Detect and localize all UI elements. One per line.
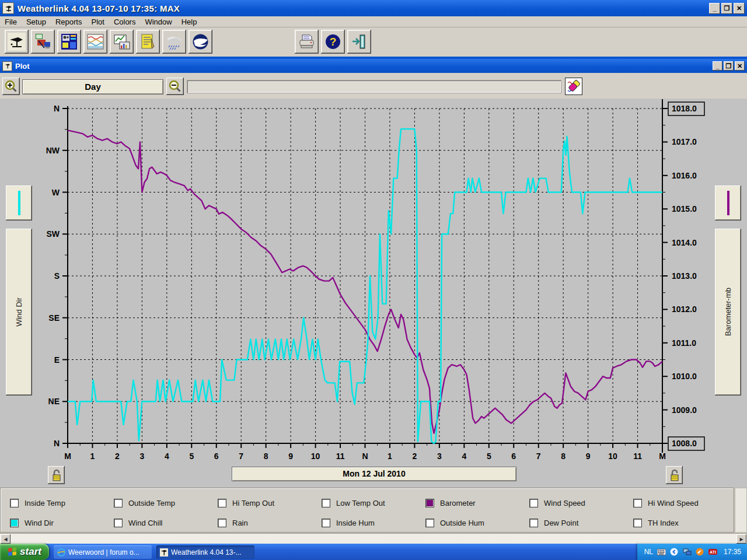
menu-plot[interactable]: Plot [86, 17, 109, 27]
desktop: { "window": { "title": "Weatherlink 4.04… [0, 0, 747, 560]
hour-tick-label: 11 [336, 452, 345, 461]
exit-icon[interactable] [347, 30, 371, 54]
date-bar[interactable]: Mon 12 Jul 2010 [232, 467, 516, 481]
checkbox-barometer[interactable] [425, 499, 434, 508]
barometer-tick-label: 1014.0 [672, 238, 697, 247]
hour-tick-label: 6 [214, 452, 219, 461]
noaa-logo-icon[interactable] [189, 30, 212, 54]
legend-label: Inside Hum [336, 519, 375, 527]
menu-setup[interactable]: Setup [22, 17, 51, 27]
checkbox-wind-dir[interactable] [10, 519, 19, 527]
scroll-right-icon[interactable]: ▶ [736, 534, 746, 544]
hour-tick-label: 3 [139, 452, 144, 461]
checkbox-dew-point[interactable] [529, 519, 538, 527]
start-label: start [20, 546, 41, 558]
maximize-button[interactable]: ❐ [721, 3, 732, 14]
windows-logo-icon [8, 547, 17, 556]
barometer-tick-label: 1017.0 [672, 137, 697, 146]
checkbox-wind-chill[interactable] [114, 519, 123, 527]
checkbox-hi-temp-out[interactable] [218, 499, 226, 508]
checkbox-wind-speed[interactable] [529, 499, 538, 508]
start-button[interactable]: start [0, 544, 49, 560]
legend-item-wind-chill: Wind Chill [107, 519, 211, 527]
scroll-left-icon[interactable]: ◀ [1, 534, 11, 544]
barometer-color-sample-button[interactable] [715, 186, 741, 220]
hide-icons-chevron-icon[interactable] [670, 548, 679, 556]
task-label: Weatherlink 4.04 13-... [171, 548, 242, 556]
barometer-tick-label: 1015.0 [672, 204, 697, 214]
barometer-tick-label: 1013.0 [672, 271, 697, 281]
menu-file[interactable]: File [0, 17, 22, 27]
hour-tick-label: N [362, 452, 368, 461]
checkbox-hi-wind-speed[interactable] [633, 499, 642, 508]
wind-dir-tick-label: E [54, 355, 60, 365]
checkbox-inside-hum[interactable] [322, 519, 330, 527]
help-icon[interactable]: ? [321, 30, 345, 54]
time-scroll-track[interactable] [187, 80, 561, 93]
menu-colors[interactable]: Colors [109, 17, 141, 27]
hour-tick-label: 5 [487, 452, 491, 461]
legend-label: Outside Hum [440, 519, 484, 527]
legend-label: Hi Wind Speed [648, 499, 699, 508]
zoom-out-icon[interactable] [166, 78, 184, 95]
plot-close-button[interactable]: ✕ [735, 61, 745, 71]
hour-tick-label: 2 [413, 452, 417, 461]
plot-window-icon[interactable] [110, 30, 134, 54]
clear-plot-icon[interactable] [565, 78, 582, 95]
hour-tick-label: 2 [115, 452, 120, 461]
horizontal-scrollbar[interactable]: ◀ ▶ [0, 533, 747, 544]
console-icon[interactable] [57, 30, 81, 54]
legend-label: Wind Chill [128, 519, 163, 527]
taskbar-task-browser[interactable]: e Weerwoord | forum o... [54, 545, 152, 559]
clock[interactable]: 17:35 [724, 548, 741, 556]
rain-cloud-icon[interactable] [162, 30, 186, 54]
print-icon[interactable] [295, 30, 319, 54]
download-station-icon[interactable] [31, 30, 55, 54]
menu-help[interactable]: Help [177, 17, 202, 27]
wind-vane-icon[interactable] [5, 30, 29, 54]
hour-tick-label: 8 [264, 452, 268, 461]
strip-chart-icon[interactable] [83, 30, 107, 54]
weatherlink-task-icon [160, 548, 168, 556]
task-label: Weerwoord | forum o... [68, 548, 139, 556]
barometer-tick-label: 1018.0 [672, 104, 697, 113]
keyboard-icon[interactable] [657, 548, 666, 556]
checkbox-th-index[interactable] [633, 519, 642, 527]
network-icon[interactable] [683, 548, 692, 556]
legend-item-low-temp-out: Low Temp Out [315, 499, 418, 508]
checkbox-outside-hum[interactable] [425, 519, 434, 527]
wind-dir-color-sample-button[interactable] [6, 186, 32, 220]
language-indicator[interactable]: NL [644, 548, 653, 556]
wind-dir-tick-label: SW [46, 229, 60, 239]
legend-scrollbar[interactable]: ▲ ▼ [735, 488, 747, 533]
checkbox-low-temp-out[interactable] [322, 499, 330, 508]
plot-restore-button[interactable]: ❐ [724, 61, 734, 71]
barometer-axis-button[interactable]: Barometer-mb [715, 229, 741, 396]
msn-icon[interactable] [696, 548, 704, 556]
checkbox-inside-temp[interactable] [10, 499, 19, 508]
left-axis-lock-icon[interactable] [48, 466, 65, 484]
hour-tick-label: 5 [189, 452, 194, 461]
hour-tick-label: 10 [311, 452, 320, 461]
ati-icon[interactable]: ATI [708, 548, 717, 556]
hour-tick-label: 4 [462, 452, 466, 461]
menu-reports[interactable]: Reports [51, 17, 87, 27]
close-button[interactable]: ✕ [734, 3, 745, 14]
system-tray: NL ATI 17:35 [637, 544, 747, 560]
legend-item-th-index: TH Index [626, 519, 730, 527]
zoom-in-icon[interactable] [2, 78, 20, 95]
legend-label: Barometer [440, 499, 476, 508]
wind-dir-axis-button[interactable]: Wind Dir [6, 229, 32, 396]
range-selector-button[interactable]: Day [22, 79, 163, 94]
checkbox-rain[interactable] [218, 519, 226, 527]
checkbox-outside-temp[interactable] [114, 499, 123, 508]
plot-minimize-button[interactable]: _ [713, 61, 722, 71]
menu-window[interactable]: Window [140, 17, 176, 27]
right-axis-lock-icon[interactable] [666, 466, 683, 484]
plot-titlebar: Plot _ ❐ ✕ [0, 59, 747, 73]
minimize-button[interactable]: _ [709, 3, 720, 14]
barometer-tick-label: 1010.0 [672, 372, 697, 381]
report-notes-icon[interactable] [136, 30, 160, 54]
taskbar-task-weatherlink[interactable]: Weatherlink 4.04 13-... [156, 545, 254, 559]
hour-tick-label: M [659, 452, 666, 461]
